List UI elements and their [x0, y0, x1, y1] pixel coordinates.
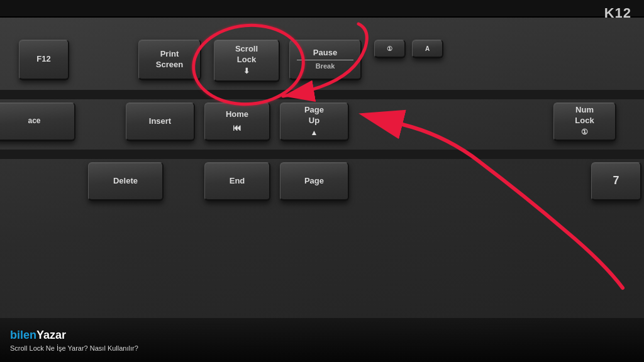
key-end: End: [204, 162, 270, 201]
num-lock-icon: ①: [581, 128, 588, 138]
logo-yazar: Yazar: [36, 329, 66, 342]
key-small-2: A: [412, 40, 443, 58]
logo: bilen Yazar: [10, 329, 634, 342]
pause-break-divider: [297, 60, 353, 60]
bottom-overlay: bilen Yazar Scroll Lock Ne İşe Yarar? Na…: [0, 318, 644, 362]
scroll-lock-icon: ⬇: [243, 67, 250, 77]
key-small-1: ①: [374, 40, 406, 58]
logo-bilen: bilen: [10, 329, 36, 342]
key-row-gap-1: [0, 90, 644, 99]
key-delete: Delete: [88, 162, 164, 201]
page-up-arrow-icon: ▲: [311, 128, 318, 138]
key-home: Home ⏮: [204, 102, 270, 141]
keyboard-image: K12 F12 PrintScreen ScrollLock ⬇ Pause B…: [0, 0, 644, 362]
key-print-screen: PrintScreen: [138, 40, 201, 80]
key-space: ace: [0, 102, 75, 141]
keyboard-surface: F12 PrintScreen ScrollLock ⬇ Pause Break…: [0, 18, 644, 362]
top-bar: K12: [0, 0, 644, 18]
key-row-gap-2: [0, 150, 644, 159]
key-7: 7: [591, 162, 641, 201]
key-insert: Insert: [126, 102, 195, 141]
key-page-up: PageUp ▲: [280, 102, 349, 141]
key-f12: F12: [19, 40, 69, 80]
key-page: Page: [280, 162, 349, 201]
home-icon: ⏮: [233, 122, 242, 133]
key-scroll-lock: ScrollLock ⬇: [214, 40, 280, 82]
key-num-lock: NumLock ①: [553, 102, 616, 141]
key-pause-break: Pause Break: [289, 40, 362, 80]
page-title: Scroll Lock Ne İşe Yarar? Nasıl Kullanıl…: [10, 344, 634, 352]
